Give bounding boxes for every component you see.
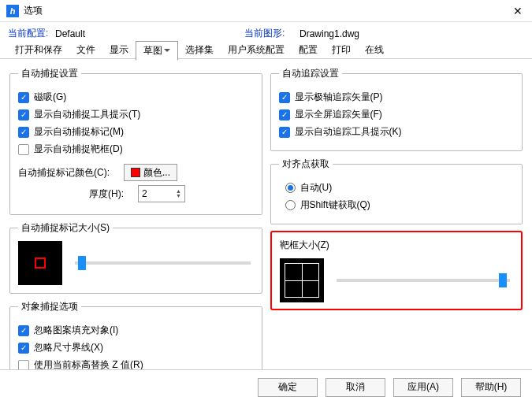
autosnap-tooltip-checkbox[interactable]	[18, 109, 29, 120]
fullscreen-checkbox[interactable]	[279, 109, 290, 120]
ignore-dim-label: 忽略尺寸界线(X)	[34, 341, 103, 354]
window-title: 选项	[24, 4, 510, 17]
help-button[interactable]: 帮助(H)	[461, 378, 521, 397]
tab-config[interactable]: 配置	[292, 41, 325, 59]
alignment-legend: 对齐点获取	[279, 158, 333, 171]
polar-checkbox[interactable]	[279, 92, 290, 103]
button-bar: 确定 取消 应用(A) 帮助(H)	[0, 369, 532, 404]
tab-print[interactable]: 打印	[325, 41, 358, 59]
marker-size-slider[interactable]	[75, 261, 251, 265]
tab-display[interactable]: 显示	[102, 41, 136, 59]
tab-user-sys[interactable]: 用户系统配置	[221, 41, 292, 59]
shift-radio[interactable]	[285, 200, 296, 210]
close-icon[interactable]: ✕	[510, 5, 526, 17]
tab-sketch[interactable]: 草图	[136, 41, 178, 61]
apply-button[interactable]: 应用(A)	[393, 378, 453, 397]
ignore-hatch-checkbox[interactable]	[18, 325, 29, 336]
marker-size-legend: 自动捕捉标记大小(S)	[18, 221, 113, 235]
object-snap-legend: 对象捕捉选项	[18, 300, 81, 313]
autosnap-marker-checkbox[interactable]	[18, 127, 29, 138]
autotrack-tooltip-checkbox[interactable]	[279, 127, 290, 138]
auto-label: 自动(U)	[300, 181, 333, 195]
target-size-slider[interactable]	[337, 279, 511, 282]
magnet-label: 磁吸(G)	[34, 91, 66, 104]
config-row: 当前配置: Default 当前图形: Drawing1.dwg	[0, 22, 532, 42]
thickness-label: 厚度(H):	[89, 187, 124, 201]
target-preview	[280, 258, 324, 302]
autosnap-group: 自动捕捉设置 磁吸(G) 显示自动捕捉工具提示(T) 显示自动捕捉标记(M) 显…	[9, 67, 262, 215]
autosnap-tooltip-label: 显示自动捕捉工具提示(T)	[34, 108, 140, 121]
color-swatch-icon	[131, 168, 140, 177]
autosnap-legend: 自动捕捉设置	[18, 67, 81, 80]
alignment-group: 对齐点获取 自动(U) 用Shift键获取(Q)	[270, 158, 523, 224]
autotrack-group: 自动追踪设置 显示极轴追踪矢量(P) 显示全屏追踪矢量(F) 显示自动追踪工具提…	[270, 67, 523, 151]
tab-selection[interactable]: 选择集	[178, 41, 221, 59]
marker-color-label: 自动捕捉标记颜色(C):	[18, 166, 110, 180]
current-config-label: 当前配置:	[8, 27, 55, 40]
tab-open-save[interactable]: 打开和保存	[8, 41, 69, 59]
ok-button[interactable]: 确定	[258, 378, 318, 397]
autosnap-targetbox-label: 显示自动捕捉靶框(D)	[34, 143, 123, 156]
autotrack-tooltip-label: 显示自动追踪工具提示(K)	[295, 125, 402, 139]
marker-size-group: 自动捕捉标记大小(S)	[9, 221, 262, 294]
cancel-button[interactable]: 取消	[326, 378, 385, 397]
tab-file[interactable]: 文件	[69, 41, 102, 59]
current-drawing-label: 当前图形:	[244, 27, 299, 40]
autosnap-targetbox-checkbox[interactable]	[18, 144, 29, 155]
app-icon: h	[6, 5, 19, 17]
target-size-legend: 靶框大小(Z)	[280, 239, 514, 252]
ignore-dim-checkbox[interactable]	[18, 343, 29, 354]
auto-radio[interactable]	[285, 183, 296, 193]
autotrack-legend: 自动追踪设置	[279, 67, 342, 80]
color-button[interactable]: 颜色...	[124, 164, 177, 181]
autosnap-marker-label: 显示自动捕捉标记(M)	[34, 125, 124, 139]
polar-label: 显示极轴追踪矢量(P)	[295, 91, 383, 104]
ignore-hatch-label: 忽略图案填充对象(I)	[34, 324, 118, 337]
title-bar: h 选项 ✕	[0, 0, 532, 22]
magnet-checkbox[interactable]	[18, 92, 29, 103]
fullscreen-label: 显示全屏追踪矢量(F)	[295, 108, 382, 121]
thickness-stepper[interactable]: 2▲▼	[138, 185, 185, 202]
current-config-value: Default	[55, 28, 244, 39]
tab-strip: 打开和保存 文件 显示 草图 选择集 用户系统配置 配置 打印 在线	[0, 42, 532, 59]
shift-label: 用Shift键获取(Q)	[300, 198, 370, 212]
tab-online[interactable]: 在线	[358, 41, 391, 59]
target-size-highlight: 靶框大小(Z)	[270, 231, 523, 310]
marker-preview	[18, 241, 62, 285]
chevron-down-icon	[162, 45, 170, 56]
current-drawing-value: Drawing1.dwg	[299, 28, 359, 39]
